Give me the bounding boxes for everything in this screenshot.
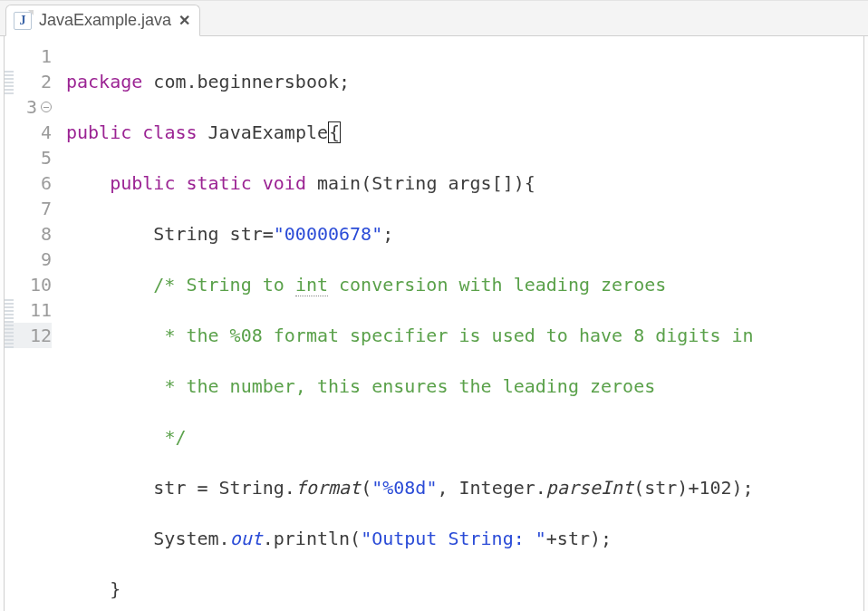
line-number: 5 <box>5 145 52 170</box>
line-number: 11 <box>5 297 52 323</box>
line-number: 4 <box>5 120 52 145</box>
line-number: 12 <box>5 323 52 348</box>
line-number: 6 <box>5 170 52 196</box>
line-number: 9 <box>5 247 52 272</box>
ide-window: J JavaExample.java ✕ 1 2 3 4 5 6 7 8 9 1… <box>0 0 868 611</box>
line-number: 2 <box>5 69 52 94</box>
line-number: 3 <box>5 94 52 120</box>
code-editor[interactable]: 1 2 3 4 5 6 7 8 9 10 11 12 package com.b… <box>4 36 864 611</box>
cursor-position: { <box>328 121 341 143</box>
fold-toggle-icon[interactable] <box>41 102 52 112</box>
java-file-icon: J <box>14 12 32 30</box>
editor-tabbar: J JavaExample.java ✕ <box>0 0 868 36</box>
line-number-gutter: 1 2 3 4 5 6 7 8 9 10 11 12 <box>5 36 57 611</box>
code-area[interactable]: package com.beginnersbook; public class … <box>57 36 863 611</box>
line-number: 8 <box>5 221 52 247</box>
close-tab-icon[interactable]: ✕ <box>178 12 190 29</box>
editor-tab-filename: JavaExample.java <box>39 11 171 30</box>
line-number: 7 <box>5 196 52 221</box>
line-number: 10 <box>5 272 52 297</box>
editor-tab-javaexample[interactable]: J JavaExample.java ✕ <box>5 5 200 36</box>
line-number: 1 <box>5 44 52 69</box>
